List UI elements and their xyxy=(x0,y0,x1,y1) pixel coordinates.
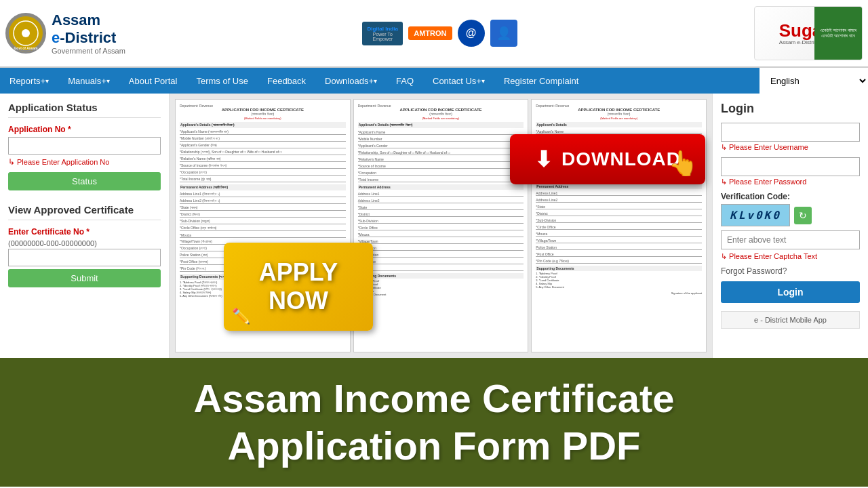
app-status-section: Application Status Application No * Plea… xyxy=(8,102,161,190)
govt-label: Government of Assam xyxy=(52,47,125,55)
login-title: Login xyxy=(721,102,860,116)
nav-manuals[interactable]: Manuals+ xyxy=(58,68,119,94)
svg-point-2 xyxy=(22,29,30,37)
cert-no-input[interactable] xyxy=(8,249,161,266)
status-button[interactable]: Status xyxy=(8,172,161,190)
nav-faq[interactable]: FAQ xyxy=(387,68,423,94)
pencil-icon: ✏️ xyxy=(232,308,250,325)
app-no-error: Please Enter Application No xyxy=(8,157,161,167)
cert-label: Enter Certificate No * xyxy=(8,227,161,237)
header-right: Sugam Assam e-District Project একেঠাই আপ… xyxy=(754,6,863,60)
app-status-title: Application Status xyxy=(8,102,161,118)
nav-terms[interactable]: Terms of Use xyxy=(186,68,258,94)
bottom-banner-text: Assam Income Certificate Application For… xyxy=(193,375,674,469)
password-wrap: Please Enter Password xyxy=(721,157,860,186)
form-page-2: Department: Revenue APPLICATION FOR INCO… xyxy=(353,99,529,352)
main-navbar: Reports+ Manuals+ About Portal Terms of … xyxy=(0,68,868,94)
nav-downloads[interactable]: Downloads+ xyxy=(315,68,387,94)
left-sidebar: Application Status Application No * Plea… xyxy=(0,94,170,358)
logo-section: Govt of Assam Assam e-District Governmen… xyxy=(5,12,125,55)
nav-contact[interactable]: Contact Us+ xyxy=(423,68,494,94)
site-title: Assam e-District Government of Assam xyxy=(52,12,125,55)
mobile-app-banner: e - District Mobile App xyxy=(721,311,860,329)
apply-now-text: APPLY NOW xyxy=(259,258,338,315)
digital-india-logo: Digital India Power To Empower xyxy=(362,22,403,45)
submit-button[interactable]: Submit xyxy=(8,269,161,287)
app-no-label: Application No * xyxy=(8,125,161,134)
svg-text:Govt of Assam: Govt of Assam xyxy=(14,46,38,50)
gov-logo: Govt of Assam xyxy=(5,13,46,54)
username-wrap: Please Enter Username xyxy=(721,123,860,152)
download-label: DOWNLOAD xyxy=(561,148,681,170)
amtron-logo: AMTRON xyxy=(408,26,452,40)
at-logo: @ xyxy=(458,20,485,47)
login-panel: Login Please Enter Username Please Enter… xyxy=(712,94,868,358)
nav-feedback[interactable]: Feedback xyxy=(258,68,315,94)
captcha-error: Please Enter Captcha Text xyxy=(721,252,860,261)
cert-title: View Approved Certificate xyxy=(8,204,161,220)
cursor-icon: 👆 xyxy=(668,149,698,178)
assam-text: Assam xyxy=(52,12,125,29)
nav-about[interactable]: About Portal xyxy=(119,68,187,94)
download-icon: ⬇ xyxy=(534,146,553,172)
person-logo: 👤 xyxy=(490,20,517,47)
captcha-row: KLv0K0 ↻ xyxy=(721,204,860,226)
username-error: Please Enter Username xyxy=(721,143,860,152)
captcha-input[interactable] xyxy=(721,230,860,249)
nav-complaint[interactable]: Register Complaint xyxy=(494,68,589,94)
edistrict-text: e-District xyxy=(52,29,125,47)
cert-format: (00000000-000-00000000) xyxy=(8,239,161,247)
page-header: Govt of Assam Assam e-District Governmen… xyxy=(0,0,868,68)
sugam-logo: Sugam Assam e-District Project একেঠাই আপ… xyxy=(754,6,863,60)
center-content: Department: Revenue APPLICATION FOR INCO… xyxy=(170,94,712,358)
language-select[interactable]: English অসমীয়া xyxy=(760,68,868,94)
login-button[interactable]: Login xyxy=(721,281,860,303)
password-input[interactable] xyxy=(721,157,860,176)
captcha-code: KLv0K0 xyxy=(721,204,790,226)
nav-items: Reports+ Manuals+ About Portal Terms of … xyxy=(0,68,760,94)
captcha-refresh-button[interactable]: ↻ xyxy=(794,207,812,224)
header-center-logos: Digital India Power To Empower AMTRON @ … xyxy=(125,20,754,47)
cert-section: View Approved Certificate Enter Certific… xyxy=(8,204,161,287)
verification-label: Verification Code: xyxy=(721,192,860,201)
username-input[interactable] xyxy=(721,123,860,142)
app-no-input[interactable] xyxy=(8,137,161,155)
download-overlay[interactable]: ⬇ DOWNLOAD 👆 xyxy=(510,134,705,184)
apply-now-overlay[interactable]: APPLY NOW ✏️ xyxy=(224,243,373,331)
main-content-area: Application Status Application No * Plea… xyxy=(0,94,868,358)
bottom-banner: Assam Income Certificate Application For… xyxy=(0,358,868,487)
password-error: Please Enter Password xyxy=(721,178,860,186)
nav-reports[interactable]: Reports+ xyxy=(0,68,58,94)
forgot-password-link[interactable]: Forgot Password? xyxy=(721,266,860,276)
